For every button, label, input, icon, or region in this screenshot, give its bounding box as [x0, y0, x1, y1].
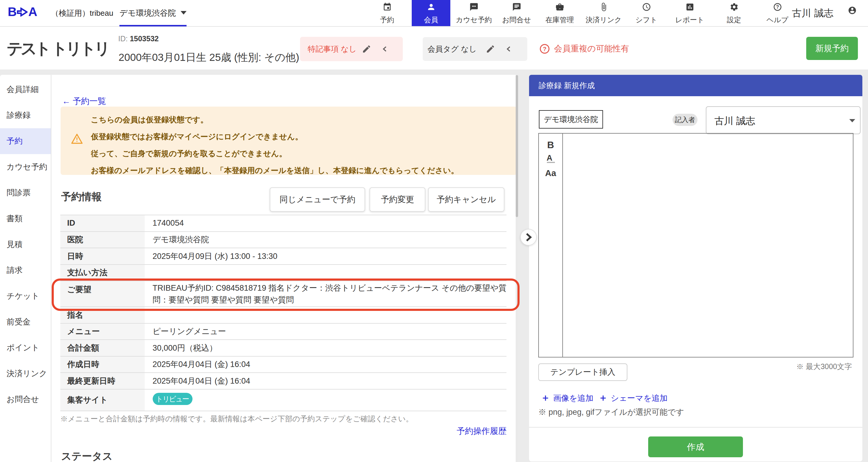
svg-text:?: ? [776, 4, 779, 9]
svg-text:?: ? [543, 45, 546, 52]
